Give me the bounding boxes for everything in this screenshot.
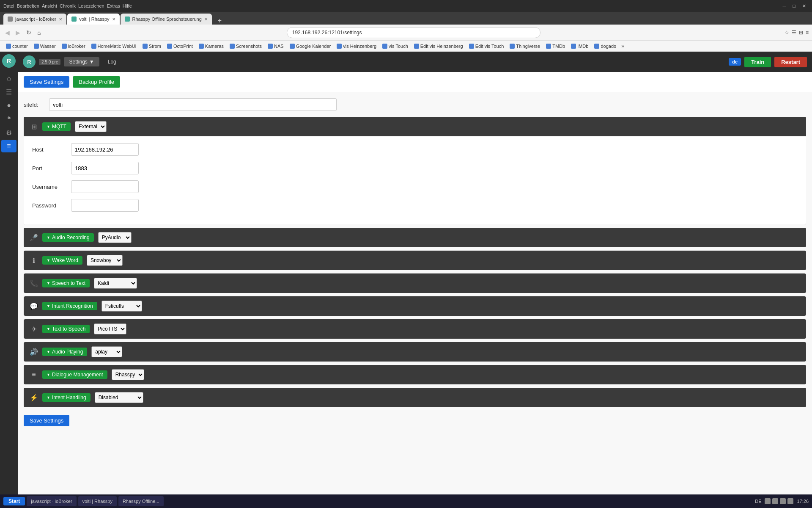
bookmark-icon-imdb — [571, 44, 576, 49]
bookmark-homematic[interactable]: HomeMatic WebUI — [89, 43, 139, 50]
bookmark-screenshots[interactable]: Screenshots — [227, 43, 264, 50]
tab-close-2[interactable]: ✕ — [112, 17, 115, 22]
mqtt-username-label: Username — [32, 184, 66, 190]
menu-lesezeichen[interactable]: Lesezeichen — [78, 3, 104, 8]
speech-to-text-toggle-button[interactable]: Speech to Text — [42, 279, 90, 287]
bookmark-vis-touch[interactable]: vis Touch — [380, 43, 411, 50]
bookmarks-more-button[interactable]: » — [620, 42, 626, 50]
speech-to-text-select[interactable]: Kaldi Pocketsphinx Remote — [94, 278, 137, 289]
restart-button[interactable]: Restart — [774, 57, 807, 67]
home-button[interactable]: ⌂ — [36, 28, 42, 37]
bookmark-edit-vis-heinzenberg[interactable]: Edit vis Heinzenberg — [411, 43, 466, 50]
menu-datei[interactable]: Datei — [3, 3, 14, 8]
mqtt-port-input[interactable] — [71, 162, 139, 174]
sidebar-item-quote[interactable]: ❝ — [1, 113, 16, 125]
language-badge[interactable]: de — [729, 58, 741, 66]
maximize-button[interactable]: □ — [790, 3, 798, 10]
bookmark-counter[interactable]: counter — [3, 43, 30, 50]
extensions-icon[interactable]: ⊞ — [799, 30, 803, 36]
sidebar-item-home[interactable]: ⌂ — [1, 72, 16, 85]
forward-button[interactable]: ▶ — [14, 28, 22, 37]
mqtt-toggle-button[interactable]: MQTT — [42, 122, 71, 131]
intent-recognition-select[interactable]: Fsticuffs Fuzzywuzzy Rasa — [102, 301, 142, 312]
mqtt-host-input[interactable] — [71, 143, 139, 156]
title-bar: Datei Bearbeiten Ansicht Chronik Lesezei… — [0, 0, 812, 12]
backup-profile-button[interactable]: Backup Profile — [73, 76, 120, 88]
audio-playing-select[interactable]: aplay paplay Remote — [91, 346, 122, 357]
taskbar-item-3[interactable]: Rhasspy Offline... — [118, 496, 164, 506]
bookmark-star-icon[interactable]: ☆ — [785, 30, 789, 36]
menu-bearbeiten[interactable]: Bearbeiten — [17, 3, 39, 8]
bookmark-strom[interactable]: Strom — [140, 43, 164, 50]
bookmark-thingiverse[interactable]: Thingiverse — [507, 43, 543, 50]
bottom-save-button[interactable]: Save Settings — [24, 415, 69, 426]
minimize-button[interactable]: ─ — [780, 3, 789, 10]
refresh-button[interactable]: ↻ — [25, 28, 33, 37]
menu-ansicht[interactable]: Ansicht — [42, 3, 57, 8]
bookmark-wasser[interactable]: Wasser — [31, 43, 58, 50]
start-button[interactable]: Start — [3, 497, 25, 505]
address-bar[interactable]: 192.168.192.26:12101/settings — [287, 27, 540, 38]
bookmark-dogado[interactable]: dogado — [592, 43, 619, 50]
bookmark-google-kalender[interactable]: Google Kalender — [287, 43, 334, 50]
mqtt-select[interactable]: External Internal — [75, 121, 107, 132]
taskbar-icon-3 — [780, 498, 786, 504]
bookmark-kameras[interactable]: Kameras — [196, 43, 226, 50]
mqtt-section: ⊞ MQTT External Internal Host — [24, 117, 806, 224]
menu-hilfe[interactable]: Hilfe — [123, 3, 132, 8]
tab-volti-rhasspy[interactable]: volti | Rhasspy ✕ — [67, 14, 119, 25]
tab-close-1[interactable]: ✕ — [59, 17, 62, 22]
sidebar-item-gear[interactable]: ⚙ — [1, 126, 16, 139]
dialogue-management-select[interactable]: Rhasspy Remote — [112, 369, 144, 380]
tab-rhasspy-offline[interactable]: Rhasspy Offline Sprachsteuerung ✕ — [121, 14, 212, 25]
audio-recording-select[interactable]: PyAudio arecord VoiceHat — [98, 232, 132, 243]
sidebar-item-menu[interactable]: ☰ — [1, 86, 16, 98]
mqtt-icon: ⊞ — [30, 123, 38, 131]
bookmark-icon-counter — [6, 44, 11, 49]
tab-close-3[interactable]: ✕ — [204, 17, 208, 22]
menu-icon[interactable]: ≡ — [806, 30, 809, 36]
bookmark-nas[interactable]: NAS — [265, 43, 286, 50]
wake-word-toggle-button[interactable]: Wake Word — [42, 256, 82, 265]
log-button[interactable]: Log — [103, 57, 121, 66]
close-button[interactable]: ✕ — [800, 3, 809, 10]
bookmark-icon-homematic — [91, 44, 96, 49]
train-button[interactable]: Train — [744, 57, 771, 67]
menu-extras[interactable]: Extras — [107, 3, 120, 8]
bookmark-vis-heinzenberg[interactable]: vis Heinzenberg — [334, 43, 379, 50]
bookmark-tmdb[interactable]: TMDb — [543, 43, 568, 50]
bookmark-octoprint[interactable]: OctoPrint — [165, 43, 195, 50]
back-button[interactable]: ◀ — [3, 28, 11, 37]
taskbar-item-2[interactable]: volti | Rhasspy — [78, 496, 117, 506]
wake-word-select[interactable]: Snowboy Porcupine Raven Precise — [87, 255, 123, 266]
bookmark-edit-vis-touch[interactable]: Edit vis Touch — [466, 43, 507, 50]
new-tab-button[interactable]: + — [214, 17, 225, 25]
mqtt-password-input[interactable] — [71, 199, 139, 212]
save-settings-button[interactable]: Save Settings — [24, 76, 69, 88]
intent-recognition-section: 💬 Intent Recognition Fsticuffs Fuzzywuzz… — [24, 296, 806, 316]
taskbar-icon-4 — [787, 498, 793, 504]
mqtt-section-body: Host Port Username Password — [24, 136, 806, 224]
menu-chronik[interactable]: Chronik — [60, 3, 76, 8]
taskbar-left: Start javascript - ioBroker volti | Rhas… — [3, 496, 164, 506]
bottom-save-area: Save Settings — [24, 411, 806, 431]
mqtt-username-input[interactable] — [71, 180, 139, 193]
intent-handling-toggle-button[interactable]: Intent Handling — [42, 393, 91, 402]
taskbar-item-1[interactable]: javascript - ioBroker — [27, 496, 76, 506]
intent-recognition-toggle-button[interactable]: Intent Recognition — [42, 302, 97, 310]
sidebar-item-circle[interactable]: ● — [1, 99, 16, 112]
reader-icon[interactable]: ☰ — [792, 30, 796, 36]
settings-dropdown-button[interactable]: Settings ▼ — [64, 57, 99, 66]
intent-handling-select[interactable]: Disabled Remote Home Assistant — [95, 392, 143, 403]
audio-recording-toggle-button[interactable]: Audio Recording — [42, 233, 94, 242]
bookmark-iobroker[interactable]: ioBroker — [59, 43, 88, 50]
bookmark-label-vis-t: vis Touch — [389, 44, 408, 49]
audio-playing-toggle-button[interactable]: Audio Playing — [42, 348, 87, 356]
bookmark-imdb[interactable]: IMDb — [568, 43, 591, 50]
text-to-speech-select[interactable]: PicoTTS espeak Google — [94, 323, 126, 334]
sidebar-item-doc[interactable]: ≡ — [1, 140, 16, 152]
dialogue-management-toggle-button[interactable]: Dialogue Management — [42, 370, 107, 379]
tab-javascript-iobroker[interactable]: javascript - ioBroker ✕ — [3, 14, 66, 25]
text-to-speech-toggle-button[interactable]: Text to Speech — [42, 325, 90, 333]
siteid-input[interactable] — [49, 98, 337, 111]
